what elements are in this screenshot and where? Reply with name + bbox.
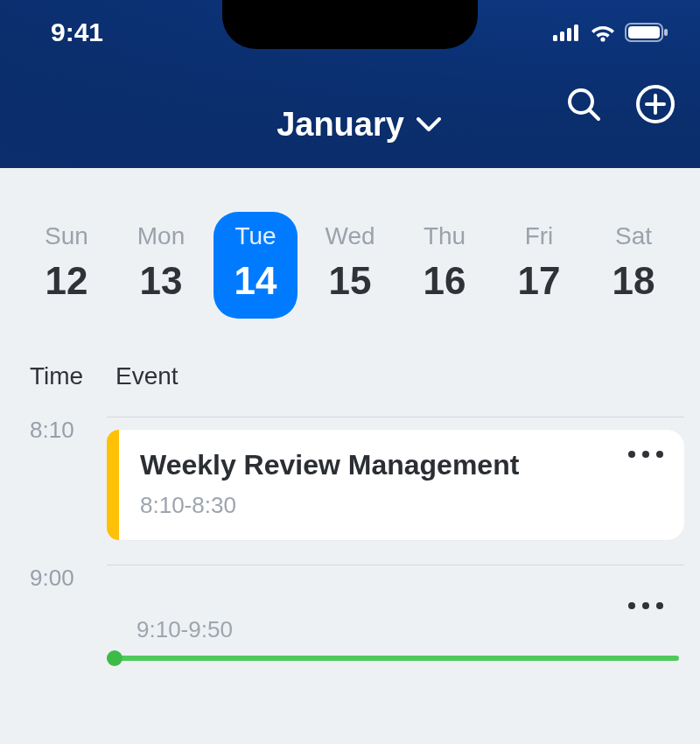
event-time-range: 8:10-8:30 [140,492,663,519]
search-icon [565,86,602,126]
slot-time-label: 8:10 [30,417,107,444]
week-strip: Sun 12 Mon 13 Tue 14 Wed 15 Thu 16 Fri 1… [0,168,700,327]
status-indicators [553,22,668,43]
slot-time-label: 9:00 [30,565,107,592]
day-thu[interactable]: Thu 16 [402,212,486,319]
day-label: Wed [308,222,392,250]
day-number: 18 [592,259,676,303]
search-button[interactable] [560,82,607,130]
day-label: Mon [119,222,203,250]
day-number: 14 [214,259,298,303]
plus-circle-icon [635,84,676,128]
cellular-signal-icon [553,24,581,41]
column-time-header: Time [30,362,91,390]
svg-point-4 [600,37,605,41]
time-slot: 9:00 9:10-9:50 [30,565,684,661]
day-label: Thu [402,222,486,250]
day-sat[interactable]: Sat 18 [592,212,676,319]
svg-rect-6 [628,26,660,39]
day-label: Fri [497,222,581,250]
day-number: 15 [308,259,392,303]
column-event-header: Event [116,362,178,390]
chevron-down-icon [416,117,441,133]
svg-rect-3 [574,25,578,41]
event-card[interactable]: Weekly Review Management 8:10-8:30 [107,430,684,540]
month-picker[interactable]: January [276,106,441,144]
event-time-range: 9:10-9:50 [136,616,684,656]
day-fri[interactable]: Fri 17 [497,212,581,319]
day-number: 16 [402,259,486,303]
svg-rect-1 [560,32,564,41]
event-more-button[interactable] [107,565,684,616]
day-tue[interactable]: Tue 14 [214,212,298,319]
status-bar: 9:41 [0,18,700,47]
progress-track [107,656,679,661]
time-slot: 8:10 Weekly Review Management 8:10-8:30 [30,417,684,540]
schedule-header: Time Event [30,362,684,411]
progress-thumb [107,650,122,666]
day-label: Sat [592,222,676,250]
svg-rect-0 [553,35,557,41]
app-header: 9:41 January [0,0,700,168]
more-horizontal-icon [628,602,663,609]
day-number: 12 [24,259,108,303]
day-mon[interactable]: Mon 13 [119,212,203,319]
svg-line-9 [590,110,598,119]
svg-rect-2 [567,28,571,41]
day-wed[interactable]: Wed 15 [308,212,392,319]
svg-rect-7 [664,29,668,36]
status-time: 9:41 [51,18,103,47]
battery-icon [625,22,668,43]
day-label: Tue [214,222,298,250]
day-number: 13 [119,259,203,303]
wifi-icon [590,23,616,42]
day-number: 17 [497,259,581,303]
more-horizontal-icon [628,451,663,458]
schedule: Time Event 8:10 Weekly Review Management… [0,327,700,661]
event-more-button[interactable] [628,451,663,458]
add-button[interactable] [632,82,679,130]
day-label: Sun [24,222,108,250]
month-label: January [276,106,404,144]
day-sun[interactable]: Sun 12 [24,212,108,319]
event-progress[interactable] [107,656,679,661]
event-title: Weekly Review Management [140,449,663,481]
divider [107,417,684,418]
event-accent [107,430,119,540]
